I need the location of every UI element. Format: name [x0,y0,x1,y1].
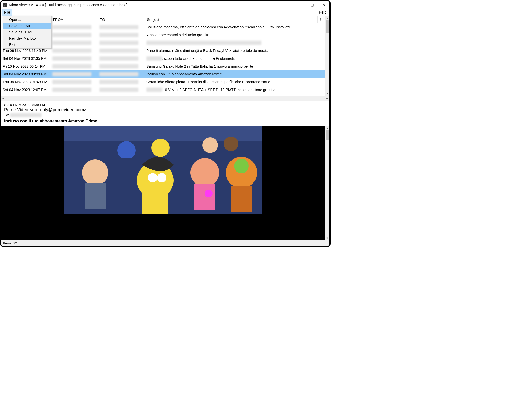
cell-date: Sat 04 Nov 2023 08:39 PM [1,70,51,78]
cell-flag [318,62,325,70]
col-to[interactable]: TO [98,16,145,23]
cell-to: xxxxx [98,86,145,94]
email-image [64,126,262,214]
cell-to: xxxxx [98,23,145,31]
preview-content [1,126,325,240]
cell-from: xxxxx [51,31,98,39]
menu-reindex[interactable]: Reindex Mailbox [3,35,51,42]
col-from[interactable]: FROM [51,16,98,23]
svg-point-6 [148,173,157,182]
menu-exit[interactable]: Exit [3,42,51,48]
scroll-thumb[interactable] [326,20,329,33]
file-dropdown: Open... Save as EML Save as HTML Reindex… [3,16,52,49]
svg-point-10 [205,190,213,197]
titlebar: ◎ Mbox Viewer v1.4.0.0 [ Tutti i messagg… [1,1,329,9]
preview-to: To: xxxxxxx [4,113,326,117]
table-row[interactable]: Sat 04 Nov 2023 12:07 PMxxxxxxxxxxxx 10 … [1,86,325,94]
cell-to: xxxxx [98,78,145,86]
close-button[interactable]: ✕ [318,1,329,9]
cell-subject: x [145,39,318,47]
scroll-right-icon[interactable]: ▶ [325,96,329,101]
scroll-left-icon[interactable]: ◀ [1,96,5,101]
menu-save-eml[interactable]: Save as EML [3,23,51,29]
svg-point-14 [117,141,136,159]
preview-pane: Sat 04 Nov 2023 08:39 PM Prime Video <no… [1,101,329,240]
preview-from: Prime Video <no-reply@primevideo.com> [4,107,326,113]
cell-to: xxxxx [98,62,145,70]
cell-subject: Pune-ți alarma, mâine dimineață e Black … [145,47,318,55]
cell-to: xxxxx [98,31,145,39]
cell-subject: xx 10 VINI + 3 SPECIALITÀ + SET DI 12 PI… [145,86,318,94]
svg-point-16 [151,139,170,157]
cell-to: xxxxx [98,47,145,55]
svg-point-7 [157,173,166,182]
cell-to: xxxxx [98,70,145,78]
table-row[interactable]: Sat 04 Nov 2023 08:39 PMxxxxxxxxxxInclus… [1,70,325,78]
cell-date: Thu 09 Nov 2023 01:48 PM [1,78,51,86]
cell-from: xxxxx [51,78,98,86]
scroll-thumb[interactable] [326,130,329,140]
preview-date: Sat 04 Nov 2023 08:39 PM [4,103,326,107]
cell-flag [318,39,325,47]
cell-flag [318,86,325,94]
svg-rect-13 [231,186,252,212]
preview-vscrollbar[interactable]: ▲ ▼ [325,126,329,240]
cell-subject: xx, scopri tutto ciò che ti può offrire … [145,55,318,62]
cell-flag [318,70,325,78]
svg-point-8 [190,158,219,187]
cell-date: Fri 10 Nov 2023 06:14 PM [1,62,51,70]
menu-open[interactable]: Open... [3,16,51,23]
svg-rect-15 [120,158,133,174]
svg-rect-9 [194,184,215,210]
menu-help[interactable]: Help [317,9,328,16]
maximize-button[interactable]: ▢ [307,1,318,9]
svg-point-18 [224,137,238,151]
preview-subject: Incluso con il tuo abbonamento Amazon Pr… [4,119,326,123]
col-subject[interactable]: Subject [145,16,318,23]
cell-from: xxxxx [51,47,98,55]
cell-date: Sat 04 Nov 2023 12:07 PM [1,86,51,94]
menu-file[interactable]: File [2,9,12,16]
scroll-down-icon[interactable]: ▼ [325,236,329,240]
scroll-up-icon[interactable]: ▲ [325,126,329,130]
scroll-down-icon[interactable]: ▼ [325,92,329,96]
cell-to: xxxxx [98,55,145,62]
cell-from: xxxxx [51,23,98,31]
table-vscrollbar[interactable]: ▲ ▼ [325,16,329,96]
cell-flag [318,47,325,55]
cell-flag [318,31,325,39]
svg-point-12 [234,159,249,173]
cell-from: xxxxx [51,55,98,62]
svg-rect-3 [85,183,106,209]
statusbar: Items: 22 [1,240,329,246]
cell-flag [318,23,325,31]
menu-save-html[interactable]: Save as HTML [3,29,51,35]
col-flag[interactable]: ! [318,16,325,23]
table-row[interactable]: Sat 04 Nov 2023 02:35 PMxxxxxxxxxxxx, sc… [1,55,325,62]
cell-from: xxxxx [51,86,98,94]
cell-subject: Samsung Galaxy Note 2 in Tutta Italia ha… [145,62,318,70]
cell-subject: Incluso con il tuo abbonamento Amazon Pr… [145,70,318,78]
cell-flag [318,55,325,62]
cell-from: xxxxx [51,62,98,70]
app-icon: ◎ [3,3,7,7]
cell-subject: Ceramiche effetto pietra | Portraits di … [145,78,318,86]
status-items: Items: 22 [3,241,17,245]
cell-subject: Soluzione moderna, efficiente ed ecologi… [145,23,318,31]
cell-from: xxxxx [51,70,98,78]
table-row[interactable]: Thu 09 Nov 2023 01:48 PMxxxxxxxxxxCerami… [1,78,325,86]
preview-header: Sat 04 Nov 2023 08:39 PM Prime Video <no… [1,101,329,126]
cell-subject: A novembre controllo dell'udito gratuito [145,31,318,39]
window-title: Mbox Viewer v1.4.0.0 [ Tutti i messaggi … [9,3,295,7]
scroll-up-icon[interactable]: ▲ [325,16,329,20]
redacted: xxxxxxx [10,113,42,117]
svg-rect-5 [142,193,168,214]
cell-from: xxxxx [51,39,98,47]
table-hscrollbar[interactable]: ◀ ▶ [1,96,329,101]
menubar: File Help [1,9,329,16]
cell-to: xxxxx [98,39,145,47]
cell-date: Sat 04 Nov 2023 02:35 PM [1,55,51,62]
table-row[interactable]: Fri 10 Nov 2023 06:14 PMxxxxxxxxxxSamsun… [1,62,325,70]
window-controls: — ▢ ✕ [295,1,329,9]
minimize-button[interactable]: — [295,1,307,9]
